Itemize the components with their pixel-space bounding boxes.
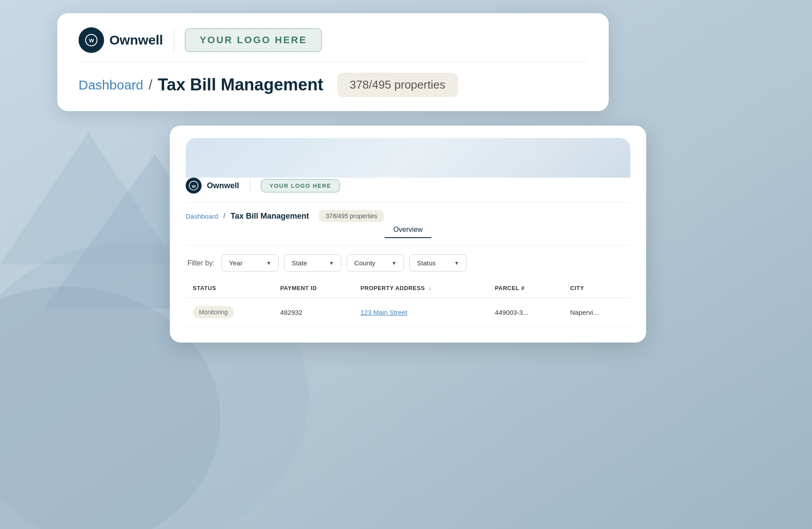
address-link[interactable]: 123 Main Street [360, 309, 407, 316]
year-filter-label: Year [229, 259, 242, 267]
svg-text:w: w [191, 183, 196, 189]
front-card-header-divider [186, 202, 630, 203]
county-filter-chevron: ▼ [391, 260, 397, 266]
county-filter-dropdown[interactable]: County ▼ [347, 254, 404, 272]
row-address[interactable]: 123 Main Street [353, 298, 488, 327]
status-badge: Monitoring [193, 306, 234, 318]
row-status: Monitoring [186, 298, 273, 327]
status-filter-dropdown[interactable]: Status ▼ [409, 254, 467, 272]
front-card-breadcrumb-row: Dashboard / Tax Bill Management 378/495 … [186, 210, 630, 222]
row-payment-id: 482932 [273, 298, 353, 327]
back-card-logo-area: w Ownwell [79, 27, 163, 53]
state-filter-label: State [292, 259, 307, 267]
logo-placeholder-back: YOUR LOGO HERE [185, 28, 322, 52]
back-card-header: w Ownwell YOUR LOGO HERE [79, 27, 587, 53]
table-header-row: STATUS PAYMENT ID PROPERTY ADDRESS ↓ PAR… [186, 279, 630, 298]
col-payment-id: PAYMENT ID [273, 279, 353, 298]
state-filter-dropdown[interactable]: State ▼ [284, 254, 341, 272]
ownwell-name-back: Ownwell [109, 33, 163, 48]
status-filter-label: Status [417, 259, 436, 267]
ownwell-icon-front: w [186, 178, 202, 194]
col-parcel: PARCEL # [488, 279, 563, 298]
front-card-header-bg [186, 138, 630, 178]
dashboard-link-back[interactable]: Dashboard [79, 78, 143, 93]
row-parcel: 449003-3... [488, 298, 563, 327]
logo-placeholder-front: YOUR LOGO HERE [261, 179, 340, 193]
year-filter-dropdown[interactable]: Year ▼ [221, 254, 279, 272]
tab-row: Overview [186, 222, 630, 238]
col-status: STATUS [186, 279, 273, 298]
filter-row: Filter by: Year ▼ State ▼ County ▼ Statu… [186, 254, 630, 272]
ownwell-name-front: Ownwell [207, 181, 239, 190]
state-filter-chevron: ▼ [329, 260, 334, 266]
svg-marker-3 [0, 132, 176, 264]
header-divider-front [250, 179, 250, 193]
front-card: w Ownwell YOUR LOGO HERE Dashboard / Tax… [170, 126, 646, 343]
row-city: Napervi... [563, 298, 630, 327]
properties-badge-front: 378/495 properties [319, 210, 385, 222]
breadcrumb-sep-front: / [223, 212, 225, 220]
properties-table: STATUS PAYMENT ID PROPERTY ADDRESS ↓ PAR… [186, 279, 630, 327]
header-divider-back [174, 29, 174, 52]
county-filter-label: County [354, 259, 375, 267]
front-card-header: w Ownwell YOUR LOGO HERE [186, 178, 630, 194]
sort-icon-address: ↓ [428, 285, 431, 291]
svg-text:w: w [89, 37, 94, 44]
filter-by-label: Filter by: [187, 259, 214, 267]
back-card: w Ownwell YOUR LOGO HERE Dashboard / Tax… [57, 13, 609, 111]
properties-badge-back: 378/495 properties [337, 73, 458, 97]
col-property-address[interactable]: PROPERTY ADDRESS ↓ [353, 279, 488, 298]
ownwell-icon-back: w [79, 27, 104, 53]
status-filter-chevron: ▼ [454, 260, 459, 266]
back-card-breadcrumb-row: Dashboard / Tax Bill Management 378/495 … [79, 73, 587, 97]
dashboard-link-front[interactable]: Dashboard [186, 212, 218, 220]
tab-divider [186, 245, 630, 246]
year-filter-chevron: ▼ [266, 260, 271, 266]
page-title-front: Tax Bill Management [231, 212, 309, 221]
breadcrumb-sep-back: / [149, 77, 153, 93]
table-row: Monitoring 482932 123 Main Street 449003… [186, 298, 630, 327]
page-title-back: Tax Bill Management [158, 75, 323, 94]
col-city: CITY [563, 279, 630, 298]
front-card-logo-area: w Ownwell [186, 178, 239, 194]
tab-overview[interactable]: Overview [385, 222, 432, 238]
